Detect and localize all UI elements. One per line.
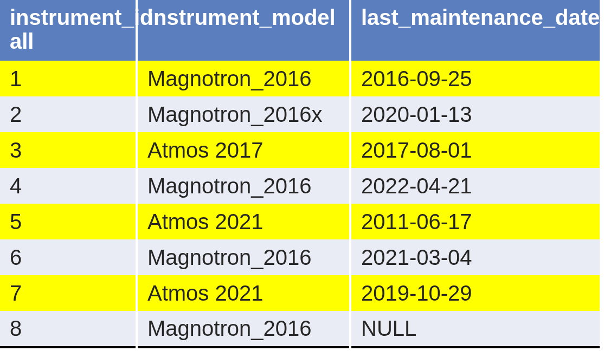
table-row: 8 Magnotron_2016 NULL xyxy=(0,311,600,347)
table-body: 1 Magnotron_2016 2016-09-25 2 Magnotron_… xyxy=(0,61,600,347)
cell-instrument-id: 3 xyxy=(0,132,137,168)
cell-instrument-id: 6 xyxy=(0,239,137,275)
cell-instrument-id: 5 xyxy=(0,204,137,239)
col-header-instrument-model: instrument_model xyxy=(137,0,350,61)
cell-instrument-model: Atmos 2021 xyxy=(137,275,350,311)
cell-instrument-model: Magnotron_2016 xyxy=(137,168,350,204)
cell-instrument-model: Magnotron_2016 xyxy=(137,239,350,275)
cell-last-maintenance-date: 2021-03-04 xyxy=(350,239,600,275)
table-row: 5 Atmos 2021 2011-06-17 xyxy=(0,204,600,239)
cell-last-maintenance-date: 2016-09-25 xyxy=(350,61,600,96)
table-row: 2 Magnotron_2016x 2020-01-13 xyxy=(0,96,600,132)
cell-instrument-id: 1 xyxy=(0,61,137,96)
table-header-row: instrument_id all instrument_model last_… xyxy=(0,0,600,61)
table-row: 4 Magnotron_2016 2022-04-21 xyxy=(0,168,600,204)
cell-instrument-id: 4 xyxy=(0,168,137,204)
cell-last-maintenance-date: NULL xyxy=(350,311,600,347)
cell-last-maintenance-date: 2011-06-17 xyxy=(350,204,600,239)
cell-instrument-id: 8 xyxy=(0,311,137,347)
cell-instrument-model: Atmos 2017 xyxy=(137,132,350,168)
cell-last-maintenance-date: 2022-04-21 xyxy=(350,168,600,204)
cell-last-maintenance-date: 2020-01-13 xyxy=(350,96,600,132)
col-header-last-maintenance-date: last_maintenance_date xyxy=(350,0,600,61)
table-row: 7 Atmos 2021 2019-10-29 xyxy=(0,275,600,311)
cell-last-maintenance-date: 2017-08-01 xyxy=(350,132,600,168)
cell-instrument-model: Atmos 2021 xyxy=(137,204,350,239)
table-row: 3 Atmos 2017 2017-08-01 xyxy=(0,132,600,168)
table-row: 1 Magnotron_2016 2016-09-25 xyxy=(0,61,600,96)
cell-instrument-model: Magnotron_2016 xyxy=(137,61,350,96)
table-row: 6 Magnotron_2016 2021-03-04 xyxy=(0,239,600,275)
col-header-instrument-id: instrument_id all xyxy=(0,0,137,61)
cell-last-maintenance-date: 2019-10-29 xyxy=(350,275,600,311)
cell-instrument-model: Magnotron_2016x xyxy=(137,96,350,132)
cell-instrument-id: 7 xyxy=(0,275,137,311)
instrument-table: instrument_id all instrument_model last_… xyxy=(0,0,600,348)
cell-instrument-model: Magnotron_2016 xyxy=(137,311,350,347)
cell-instrument-id: 2 xyxy=(0,96,137,132)
